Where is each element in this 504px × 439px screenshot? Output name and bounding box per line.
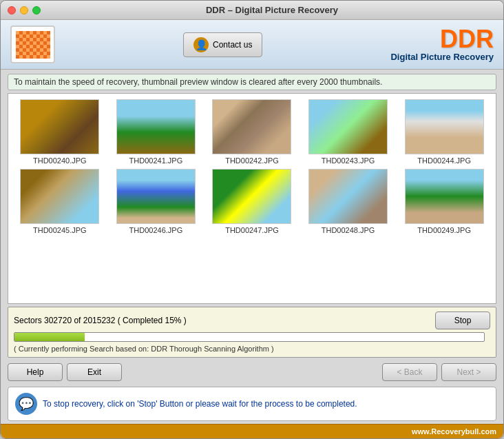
progress-row: Sectors 302720 of 2015232 ( Completed 15… <box>14 312 490 329</box>
thumbnail-label: THD00242.JPG <box>225 156 279 165</box>
progress-bar-row <box>14 332 490 342</box>
main-window: DDR – Digital Picture Recovery 👤 Contact… <box>0 0 504 439</box>
list-item[interactable]: THD00244.JPG <box>398 99 490 165</box>
thumbnail-area: THD00240.JPGTHD00241.JPGTHD00242.JPGTHD0… <box>8 93 496 304</box>
status-bar: 💬 To stop recovery, click on 'Stop' Butt… <box>8 387 496 421</box>
list-item[interactable]: THD00248.JPG <box>302 169 395 234</box>
thumbnail-image <box>308 99 388 154</box>
exit-button[interactable]: Exit <box>67 363 122 381</box>
list-item[interactable]: THD00242.JPG <box>206 99 298 165</box>
list-item[interactable]: THD00246.JPG <box>110 169 202 234</box>
stop-button[interactable]: Stop <box>435 312 490 329</box>
minimize-button[interactable] <box>20 6 28 14</box>
thumbnail-image <box>212 99 291 154</box>
progress-bar-fill <box>14 333 85 341</box>
scanning-info: ( Currently performing Search based on: … <box>14 345 490 353</box>
progress-bar-container <box>14 332 485 342</box>
progress-section: Sectors 302720 of 2015232 ( Completed 15… <box>8 307 496 358</box>
contact-us-button[interactable]: 👤 Contact us <box>183 32 262 57</box>
status-message: To stop recovery, click on 'Stop' Button… <box>43 399 357 409</box>
thumbnail-image <box>116 99 196 154</box>
sectors-info: Sectors 302720 of 2015232 ( Completed 15… <box>14 316 187 325</box>
contact-person-icon: 👤 <box>193 37 209 52</box>
traffic-lights <box>8 6 41 14</box>
thumbnail-label: THD00249.JPG <box>417 226 471 234</box>
info-message: To maintain the speed of recovery, thumb… <box>14 77 382 87</box>
thumbnail-label: THD00243.JPG <box>322 156 375 165</box>
thumbnail-image <box>405 169 484 224</box>
thumbnail-image <box>20 99 99 154</box>
maximize-button[interactable] <box>32 6 41 14</box>
thumbnail-image <box>116 169 196 224</box>
contact-label: Contact us <box>213 40 252 50</box>
thumbnail-label: THD00240.JPG <box>33 156 87 165</box>
list-item[interactable]: THD00247.JPG <box>206 169 298 234</box>
status-icon: 💬 <box>15 393 37 415</box>
thumbnail-grid: THD00240.JPGTHD00241.JPGTHD00242.JPGTHD0… <box>8 94 496 240</box>
footer: www.Recoverybull.com <box>1 424 503 438</box>
footer-url: www.Recoverybull.com <box>412 427 496 436</box>
next-button[interactable]: Next > <box>441 363 496 381</box>
ddr-title: DDR <box>390 27 494 52</box>
bottom-nav: Help Exit < Back Next > <box>8 363 496 381</box>
help-button[interactable]: Help <box>8 363 63 381</box>
thumbnail-label: THD00246.JPG <box>129 226 183 234</box>
thumbnail-label: THD00247.JPG <box>225 226 279 234</box>
branding-area: DDR Digital Picture Recovery <box>390 27 494 62</box>
back-button[interactable]: < Back <box>382 363 437 381</box>
thumbnail-image <box>308 169 388 224</box>
window-title: DDR – Digital Picture Recovery <box>48 5 496 15</box>
right-buttons: < Back Next > <box>382 363 496 381</box>
app-logo <box>10 25 55 63</box>
thumbnail-label: THD00244.JPG <box>417 156 471 165</box>
list-item[interactable]: THD00240.JPG <box>14 99 106 165</box>
list-item[interactable]: THD00241.JPG <box>110 99 202 165</box>
info-bar: To maintain the speed of recovery, thumb… <box>8 74 496 90</box>
thumbnail-label: THD00245.JPG <box>33 226 87 234</box>
thumbnail-image <box>20 169 99 224</box>
thumbnail-label: THD00241.JPG <box>129 156 183 165</box>
close-button[interactable] <box>8 6 16 14</box>
thumbnail-label: THD00248.JPG <box>322 226 375 234</box>
list-item[interactable]: THD00245.JPG <box>14 169 106 234</box>
thumbnail-image <box>212 169 291 224</box>
thumbnail-image <box>405 99 484 154</box>
ddr-subtitle: Digital Picture Recovery <box>390 52 494 62</box>
title-bar: DDR – Digital Picture Recovery <box>1 1 503 20</box>
left-buttons: Help Exit <box>8 363 122 381</box>
list-item[interactable]: THD00243.JPG <box>302 99 395 165</box>
header-area: 👤 Contact us DDR Digital Picture Recover… <box>1 20 503 70</box>
list-item[interactable]: THD00249.JPG <box>398 169 490 234</box>
logo-checkerboard-icon <box>16 31 50 59</box>
